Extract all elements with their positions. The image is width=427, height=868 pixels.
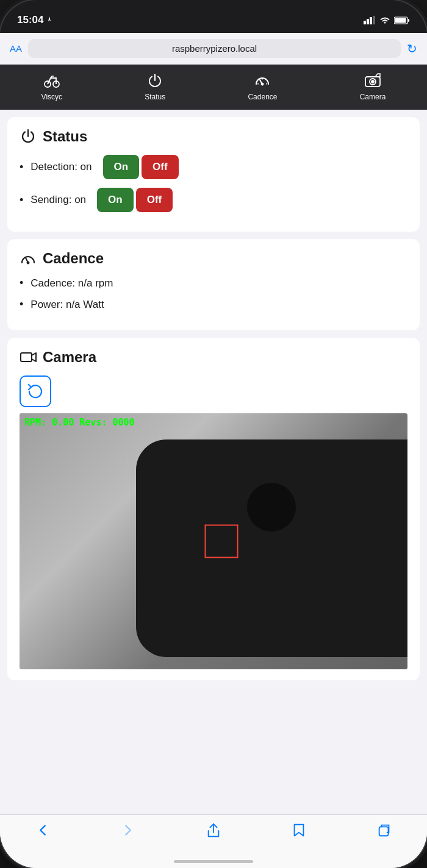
detection-btn-group: On Off <box>103 155 179 179</box>
camera-card-title: Camera <box>20 349 407 366</box>
nav-label-viscyc: Viscyc <box>41 93 62 101</box>
tabs-icon <box>376 822 392 838</box>
nav-label-cadence: Cadence <box>248 93 277 101</box>
tabs-button[interactable] <box>376 822 392 838</box>
detection-on-button[interactable]: On <box>103 155 140 179</box>
back-button[interactable] <box>35 822 51 838</box>
svg-point-10 <box>261 83 264 85</box>
browser-aa[interactable]: AA <box>10 43 22 54</box>
camera-nav-icon <box>364 72 381 89</box>
status-power-icon <box>20 128 37 145</box>
power-icon <box>146 72 163 89</box>
status-time: 15:04 <box>17 14 53 26</box>
svg-rect-2 <box>370 17 372 24</box>
nav-bar: Viscyc Status Cade <box>0 65 427 110</box>
speedometer-icon <box>254 72 271 89</box>
sending-off-button[interactable]: Off <box>136 188 173 212</box>
share-button[interactable] <box>206 822 221 838</box>
nav-label-status: Status <box>145 93 165 101</box>
bookmarks-button[interactable] <box>291 822 307 838</box>
cadence-card-title: Cadence <box>20 250 407 267</box>
wifi-icon <box>379 16 390 24</box>
sending-on-button[interactable]: On <box>97 188 134 212</box>
camera-refresh-button[interactable] <box>20 375 51 407</box>
camera-card: Camera RPM: 0.00 Revs: 0000 <box>7 338 420 680</box>
camera-background <box>20 413 407 669</box>
status-card-title: Status <box>20 128 407 145</box>
svg-rect-7 <box>395 18 406 23</box>
browser-url-bar[interactable]: raspberrypizero.local <box>28 39 401 58</box>
signal-icon <box>364 16 376 24</box>
location-icon <box>46 16 53 24</box>
status-icons <box>364 16 410 24</box>
cadence-power-item: Power: n/a Watt <box>20 298 407 311</box>
svg-point-4 <box>384 22 386 24</box>
svg-rect-18 <box>379 827 389 836</box>
refresh-icon <box>27 383 44 400</box>
screen: AA raspberrypizero.local ↻ Viscyc <box>0 33 427 868</box>
main-content: Status Detection: on On Off Sending: on … <box>0 110 427 838</box>
camera-object <box>136 439 407 657</box>
cadence-card: Cadence Cadence: n/a rpm Power: n/a Watt <box>7 239 420 330</box>
svg-point-14 <box>371 80 375 84</box>
cadence-speedometer-icon <box>20 250 37 267</box>
phone-frame: 15:04 <box>0 0 427 868</box>
share-icon <box>206 822 221 838</box>
svg-marker-17 <box>32 353 36 361</box>
bookmarks-icon <box>291 822 307 838</box>
svg-rect-6 <box>408 19 409 22</box>
nav-item-camera[interactable]: Camera <box>360 72 386 101</box>
browser-bar: AA raspberrypizero.local ↻ <box>0 33 427 65</box>
sending-btn-group: On Off <box>97 188 173 212</box>
status-card: Status Detection: on On Off Sending: on … <box>7 117 420 232</box>
cadence-rpm-item: Cadence: n/a rpm <box>20 277 407 290</box>
detection-item: Detection: on On Off <box>20 155 407 179</box>
forward-button[interactable] <box>120 822 136 838</box>
back-icon <box>35 822 51 838</box>
svg-rect-1 <box>367 19 369 24</box>
notch <box>152 0 274 23</box>
camera-overlay-text: RPM: 0.00 Revs: 0000 <box>24 417 135 428</box>
browser-refresh-button[interactable]: ↻ <box>407 41 417 56</box>
detection-off-button[interactable]: Off <box>142 155 179 179</box>
nav-label-camera: Camera <box>360 93 386 101</box>
camera-card-icon <box>20 349 37 366</box>
svg-rect-3 <box>373 16 375 24</box>
camera-feed: RPM: 0.00 Revs: 0000 <box>20 413 407 669</box>
battery-icon <box>394 16 410 24</box>
nav-item-cadence[interactable]: Cadence <box>248 72 277 101</box>
svg-point-15 <box>27 261 29 264</box>
forward-icon <box>120 822 136 838</box>
home-indicator <box>174 860 253 863</box>
sending-item: Sending: on On Off <box>20 188 407 212</box>
svg-marker-12 <box>375 74 380 77</box>
nav-item-viscyc[interactable]: Viscyc <box>41 72 62 101</box>
bike-icon <box>43 72 60 89</box>
svg-rect-0 <box>364 21 366 24</box>
svg-rect-16 <box>21 353 32 361</box>
nav-item-status[interactable]: Status <box>145 72 165 101</box>
detection-box <box>204 525 238 558</box>
